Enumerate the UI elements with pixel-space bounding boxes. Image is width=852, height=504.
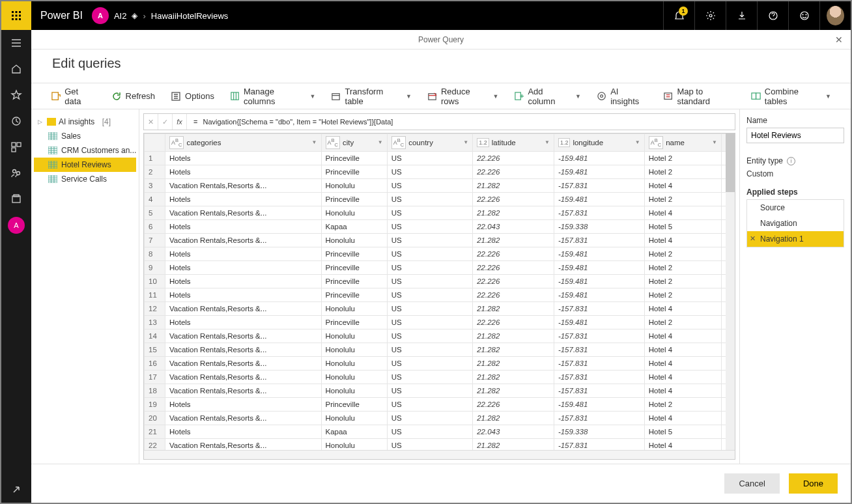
table-row[interactable]: 11HotelsPrincevilleUS22.226-159.481Hotel…: [145, 288, 735, 301]
breadcrumb-item[interactable]: AI2: [114, 11, 127, 21]
add-column-button[interactable]: Add column▼: [507, 84, 588, 109]
svg-rect-17: [12, 148, 16, 152]
tree-group[interactable]: ▷ AI insights [4]: [34, 115, 136, 129]
workspaces-icon[interactable]: [1, 186, 31, 212]
recent-icon[interactable]: [1, 108, 31, 134]
table-row[interactable]: 3Vacation Rentals,Resorts &...HonoluluUS…: [145, 178, 735, 192]
close-icon[interactable]: ✕: [835, 35, 843, 45]
table-row[interactable]: 5Vacation Rentals,Resorts &...HonoluluUS…: [145, 206, 735, 219]
column-header[interactable]: ABCname▼: [644, 134, 721, 152]
table-row[interactable]: 16Vacation Rentals,Resorts &...HonoluluU…: [145, 356, 735, 370]
current-workspace-icon[interactable]: A: [1, 212, 31, 238]
svg-rect-22: [52, 92, 58, 100]
expand-icon[interactable]: [1, 477, 31, 503]
breadcrumb-item[interactable]: HawaiiHotelReviews: [151, 11, 229, 21]
chevron-right-icon: ›: [143, 11, 145, 21]
applied-step[interactable]: Source: [747, 200, 844, 216]
column-header[interactable]: ABCcity▼: [321, 134, 387, 152]
info-icon[interactable]: i: [787, 157, 795, 165]
svg-rect-25: [332, 94, 339, 100]
filter-icon[interactable]: ▼: [545, 139, 550, 145]
table-row[interactable]: 13HotelsPrincevilleUS22.226-159.481Hotel…: [145, 315, 735, 329]
filter-icon[interactable]: ▼: [463, 139, 468, 145]
table-row[interactable]: 4HotelsPrincevilleUS22.226-159.481Hotel …: [145, 192, 735, 206]
notifications-icon[interactable]: 1: [663, 1, 694, 30]
formula-cancel-icon[interactable]: ✕: [144, 114, 158, 130]
done-button[interactable]: Done: [789, 473, 838, 494]
chevron-down-icon: ▼: [310, 93, 316, 100]
waffle-icon[interactable]: [1, 1, 31, 30]
query-item[interactable]: CRM Customers an...: [34, 143, 136, 158]
feedback-icon[interactable]: [788, 1, 819, 30]
column-header[interactable]: ABCcategories▼: [165, 134, 322, 152]
table-row[interactable]: 18Vacation Rentals,Resorts &...HonoluluU…: [145, 384, 735, 397]
applied-step[interactable]: ✕Navigation 1: [747, 231, 844, 247]
user-avatar[interactable]: [819, 1, 851, 30]
formula-accept-icon[interactable]: ✓: [158, 114, 173, 130]
table-row[interactable]: 10HotelsPrincevilleUS22.226-159.481Hotel…: [145, 274, 735, 288]
table-row[interactable]: 12Vacation Rentals,Resorts &...HonoluluU…: [145, 301, 735, 315]
reduce-rows-button[interactable]: Reduce rows▼: [421, 84, 505, 109]
shared-icon[interactable]: [1, 160, 31, 186]
formula-bar[interactable]: ✕ ✓ fx =Navigation{[Schema = "dbo", Item…: [143, 113, 735, 130]
formula-text[interactable]: =Navigation{[Schema = "dbo", Item = "Hot…: [187, 118, 399, 126]
type-icon: 1.2: [477, 138, 489, 147]
manage-columns-button[interactable]: Manage columns▼: [223, 84, 322, 109]
chevron-right-icon: ▷: [38, 119, 44, 125]
table-icon: [48, 132, 57, 140]
column-header[interactable]: 1.2longitude▼: [554, 134, 644, 152]
table-row[interactable]: 21HotelsKapaaUS22.043-159.338Hotel 5: [145, 425, 735, 438]
breadcrumb: AI2 ◈ › HawaiiHotelReviews: [114, 11, 228, 21]
table-row[interactable]: 6HotelsKapaaUS22.043-159.338Hotel 5: [145, 219, 735, 233]
table-row[interactable]: 20Vacation Rentals,Resorts &...HonoluluU…: [145, 411, 735, 425]
options-button[interactable]: Options: [164, 89, 221, 104]
table-row[interactable]: 1HotelsPrincevilleUS22.226-159.481Hotel …: [145, 151, 735, 165]
settings-icon[interactable]: [694, 1, 726, 30]
table-row[interactable]: 15Vacation Rentals,Resorts &...HonoluluU…: [145, 343, 735, 356]
favorites-icon[interactable]: [1, 82, 31, 108]
table-row[interactable]: 2HotelsPrincevilleUS22.226-159.481Hotel …: [145, 165, 735, 178]
table-row[interactable]: 14Vacation Rentals,Resorts &...HonoluluU…: [145, 329, 735, 343]
horizontal-scrollbar[interactable]: [144, 450, 735, 459]
folder-icon: [47, 118, 56, 126]
table-row[interactable]: 8HotelsPrincevilleUS22.226-159.481Hotel …: [145, 247, 735, 260]
table-row[interactable]: 17Vacation Rentals,Resorts &...HonoluluU…: [145, 370, 735, 384]
data-grid[interactable]: ABCcategories▼ABCcity▼ABCcountry▼1.2lati…: [144, 133, 735, 450]
name-input[interactable]: [746, 128, 844, 143]
ai-insights-button[interactable]: AI insights: [590, 84, 654, 109]
footer: Cancel Done: [31, 464, 851, 503]
home-icon[interactable]: [1, 56, 31, 82]
workspace-badge[interactable]: A: [92, 7, 109, 24]
query-item[interactable]: Service Calls: [34, 172, 136, 186]
get-data-button[interactable]: Get data: [44, 84, 102, 109]
table-row[interactable]: 22Vacation Rentals,Resorts &...HonoluluU…: [145, 438, 735, 450]
table-row[interactable]: 9HotelsPrincevilleUS22.226-159.481Hotel …: [145, 260, 735, 274]
chevron-down-icon: ▼: [492, 93, 498, 100]
apps-icon[interactable]: [1, 134, 31, 160]
filter-icon[interactable]: ▼: [312, 139, 317, 145]
transform-table-button[interactable]: Transform table▼: [324, 84, 418, 109]
column-header[interactable]: ABCcountry▼: [387, 134, 472, 152]
filter-icon[interactable]: ▼: [712, 139, 717, 145]
filter-icon[interactable]: ▼: [635, 139, 640, 145]
svg-rect-3: [12, 15, 14, 17]
map-to-standard-button[interactable]: Map to standard: [657, 84, 742, 109]
delete-step-icon[interactable]: ✕: [750, 234, 756, 243]
table-row[interactable]: 7Vacation Rentals,Resorts &...HonoluluUS…: [145, 233, 735, 247]
query-item[interactable]: Hotel Reviews: [34, 158, 136, 172]
hamburger-icon[interactable]: [1, 30, 31, 56]
filter-icon[interactable]: ▼: [378, 139, 383, 145]
help-icon[interactable]: [757, 1, 788, 30]
combine-tables-button[interactable]: Combine tables▼: [745, 84, 838, 109]
fx-icon[interactable]: fx: [173, 114, 187, 130]
table-row[interactable]: 19HotelsPrincevilleUS22.226-159.481Hotel…: [145, 397, 735, 411]
refresh-button[interactable]: Refresh: [105, 89, 162, 104]
svg-rect-31: [752, 93, 756, 99]
download-icon[interactable]: [726, 1, 757, 30]
vertical-scrollbar[interactable]: [726, 133, 735, 450]
row-number-header[interactable]: [145, 134, 165, 152]
cancel-button[interactable]: Cancel: [724, 473, 779, 494]
applied-step[interactable]: Navigation: [747, 216, 844, 231]
query-item[interactable]: Sales: [34, 129, 136, 143]
column-header[interactable]: 1.2latitude▼: [473, 134, 554, 152]
